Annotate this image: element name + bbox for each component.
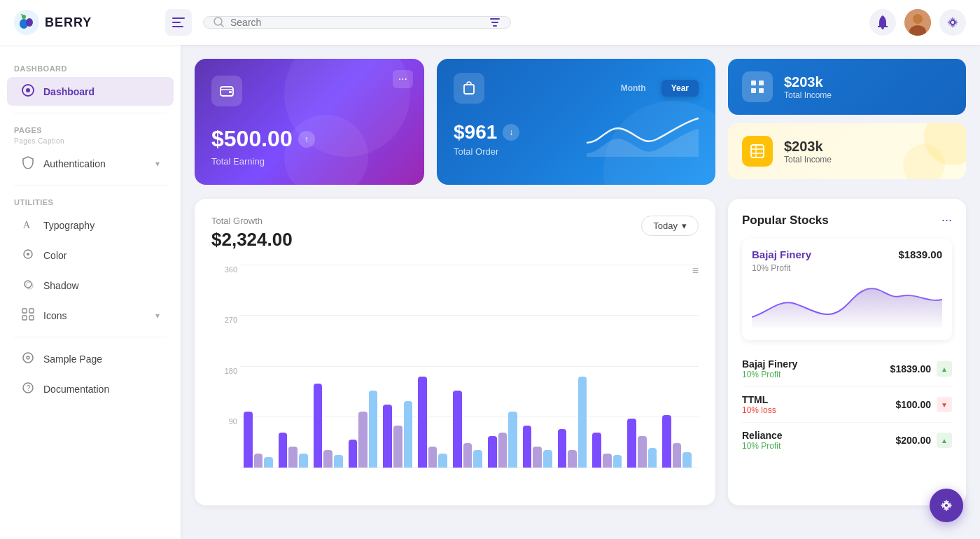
chevron-down-icon: ▾ [682,220,687,231]
gear-icon [946,16,959,29]
bar-light-purple [393,426,402,468]
stock-list-item-reliance: Reliance 10% Profit $200.00 ▲ [742,423,952,458]
ttml-price: $100.00 [895,399,931,410]
svg-point-41 [944,503,948,507]
svg-rect-35 [751,88,756,93]
bar-purple [453,391,462,468]
bar-group [627,419,657,468]
income-blue-label: Total Income [784,90,832,100]
svg-point-12 [913,14,923,24]
sidebar-item-dashboard-label: Dashboard [43,86,94,97]
bar-group [662,415,692,468]
income-yellow-amount: $203k [784,139,832,155]
sidebar-item-color[interactable]: Color [7,241,174,270]
user-avatar[interactable] [904,9,931,36]
bar-purple [523,426,532,468]
notifications-button[interactable] [869,9,896,36]
bar-purple [279,433,288,468]
bar-group [592,433,622,468]
grid-label-360: 360 [213,265,237,274]
nav-right [869,9,966,36]
bar-group [349,391,378,468]
grid-label-180: 180 [213,367,237,375]
bar-purple [244,412,253,468]
svg-rect-24 [22,316,27,320]
fab-settings-button[interactable] [930,489,963,522]
bar-light-purple [603,454,612,468]
earning-amount: $500.00 ↑ [211,126,407,152]
svg-text:?: ? [27,384,31,392]
bar-light-blue [264,457,273,468]
svg-rect-23 [29,309,34,313]
bar-light-purple [568,450,577,468]
featured-stock-chart [752,279,942,328]
svg-point-19 [27,253,29,255]
dashboard-icon [21,84,35,99]
search-input[interactable] [230,17,484,28]
bar-light-blue [438,454,447,468]
grid-icon [750,79,765,94]
sidebar-item-dashboard[interactable]: Dashboard [7,77,174,106]
main-content: ··· $500.00 ↑ Total Earning [181,45,980,539]
chart-card: Total Growth $2,324.00 Today ▾ ≡ 360 [195,199,715,505]
filter-icon[interactable] [489,17,500,28]
sidebar-item-sample-page[interactable]: Sample Page [7,344,174,373]
bajaj-info: Bajaj Finery 10% Profit [742,358,797,379]
card-total-order: Month Year $961 ↓ Total Order [437,59,715,185]
svg-rect-4 [172,18,185,19]
ttml-right: $100.00 ▼ [895,397,952,412]
toggle-year-button[interactable]: Year [662,80,699,97]
bar-light-purple [463,443,472,468]
stock-list-item-bajaj: Bajaj Finery 10% Profit $1839.00 ▲ [742,351,952,387]
bar-purple [627,419,636,468]
income-blue-amount: $203k [784,74,832,90]
income-blue-text: $203k Total Income [784,74,832,100]
earning-more-button[interactable]: ··· [393,70,413,88]
stock-list: Bajaj Finery 10% Profit $1839.00 ▲ TTML … [742,351,952,458]
order-icon-box [454,73,484,104]
sidebar-item-typography[interactable]: A Typography [7,211,174,239]
svg-text:A: A [23,220,31,230]
sidebar-item-authentication[interactable]: Authentication ▾ [7,149,174,178]
svg-rect-33 [751,80,756,85]
chart-filter-button[interactable]: Today ▾ [641,216,699,236]
sidebar-divider-1 [14,113,167,113]
menu-toggle-button[interactable] [165,9,192,36]
table-icon [750,144,765,159]
chart-menu-icon[interactable]: ≡ [692,265,699,277]
svg-point-2 [26,18,33,27]
sidebar-item-documentation[interactable]: ? Documentation [7,374,174,403]
sidebar-divider-3 [14,337,167,337]
sidebar-pages-caption: Pages Caption [0,137,181,148]
order-card-top: Month Year [454,73,699,104]
bar-light-blue [299,454,308,468]
sidebar-item-icons[interactable]: Icons ▾ [7,301,174,330]
wallet-icon [219,83,234,99]
bar-light-blue [648,448,657,468]
bajaj-name: Bajaj Finery [742,358,797,370]
app-name: BERRY [45,15,92,30]
bar-group [279,433,308,468]
reliance-price: $200.00 [895,435,931,446]
bar-group [418,377,447,468]
settings-button[interactable] [939,9,966,36]
fab-gear-icon [939,498,953,512]
earning-label: Total Earning [211,156,407,167]
documentation-icon: ? [21,382,35,396]
svg-point-20 [24,281,31,288]
bajaj-right: $1839.00 ▲ [890,361,952,377]
stocks-more-button[interactable]: ··· [941,213,952,227]
toggle-month-button[interactable]: Month [611,80,656,97]
reliance-profit: 10% Profit [742,441,783,451]
bar-group [314,384,343,468]
sidebar-section-pages: Pages [0,120,181,137]
sidebar-item-shadow[interactable]: Shadow [7,271,174,300]
bar-light-purple [673,443,682,468]
hamburger-icon [172,18,185,27]
sidebar-item-typography-label: Typography [43,220,94,231]
svg-point-21 [26,282,33,289]
bar-light-purple [254,454,263,468]
grid-label-270: 270 [213,316,237,324]
svg-rect-36 [759,88,764,93]
bar-group [244,412,273,468]
